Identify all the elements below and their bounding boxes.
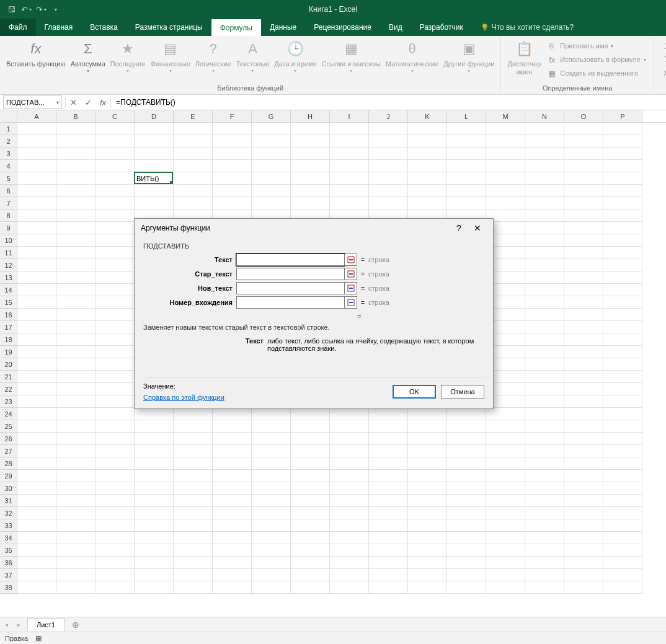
cell[interactable]: [95, 333, 135, 346]
sheet-nav-next[interactable]: ▸: [12, 621, 25, 628]
cell[interactable]: [330, 408, 369, 420]
cell[interactable]: [135, 544, 174, 557]
cell[interactable]: [213, 445, 252, 457]
cell[interactable]: [213, 185, 252, 197]
cell[interactable]: [486, 581, 525, 594]
cell[interactable]: [525, 383, 564, 395]
cell[interactable]: [56, 457, 95, 470]
cell[interactable]: [17, 420, 56, 433]
cell[interactable]: [56, 210, 95, 222]
cell[interactable]: [56, 408, 95, 420]
cell[interactable]: [135, 482, 174, 495]
cell[interactable]: [252, 123, 291, 135]
cell[interactable]: [564, 544, 603, 557]
cell[interactable]: [369, 544, 408, 557]
cell[interactable]: [135, 532, 174, 544]
text-functions-button[interactable]: A Текстовые ▾: [234, 38, 272, 83]
arg-input-1[interactable]: [236, 268, 345, 280]
column-header[interactable]: G: [252, 110, 291, 122]
cell[interactable]: [447, 581, 486, 594]
row-header[interactable]: 9: [0, 222, 17, 234]
cell[interactable]: [525, 148, 564, 160]
cell[interactable]: [447, 482, 486, 495]
cell[interactable]: [564, 519, 603, 532]
cell[interactable]: [486, 160, 525, 172]
cell[interactable]: [95, 271, 135, 284]
cell[interactable]: [447, 507, 486, 519]
cell[interactable]: [291, 160, 330, 172]
cell[interactable]: [408, 507, 447, 519]
cell[interactable]: [252, 185, 291, 197]
row-header[interactable]: 12: [0, 259, 17, 271]
cell[interactable]: [135, 123, 174, 135]
row-header[interactable]: 2: [0, 135, 17, 148]
qat-customize-icon[interactable]: ▾: [51, 4, 61, 14]
cell[interactable]: [291, 507, 330, 519]
cell[interactable]: [603, 210, 642, 222]
cell[interactable]: [135, 581, 174, 594]
row-header[interactable]: 34: [0, 532, 17, 544]
cell[interactable]: [603, 284, 642, 296]
cell[interactable]: [174, 457, 213, 470]
cell[interactable]: [330, 569, 369, 581]
cell[interactable]: [330, 457, 369, 470]
cell[interactable]: [525, 197, 564, 210]
cell[interactable]: [525, 346, 564, 358]
cell[interactable]: [408, 495, 447, 507]
row-header[interactable]: 38: [0, 581, 17, 594]
cell[interactable]: [525, 470, 564, 482]
cell[interactable]: [135, 135, 174, 148]
cell[interactable]: [291, 135, 330, 148]
cell[interactable]: [56, 482, 95, 495]
cell[interactable]: [603, 408, 642, 420]
cell[interactable]: [174, 544, 213, 557]
cell[interactable]: [564, 172, 603, 185]
cell[interactable]: [603, 495, 642, 507]
cell[interactable]: [486, 123, 525, 135]
cell[interactable]: [603, 321, 642, 333]
cell[interactable]: [408, 569, 447, 581]
cell[interactable]: [17, 544, 56, 557]
cell[interactable]: [603, 222, 642, 234]
cell[interactable]: [56, 544, 95, 557]
cell[interactable]: [525, 569, 564, 581]
column-header[interactable]: H: [291, 110, 330, 122]
cell[interactable]: [447, 532, 486, 544]
cell[interactable]: [291, 185, 330, 197]
cell[interactable]: [213, 123, 252, 135]
cell[interactable]: [486, 408, 525, 420]
cell[interactable]: [252, 445, 291, 457]
fx-button[interactable]: fx: [95, 95, 110, 109]
cell[interactable]: [95, 507, 135, 519]
cell[interactable]: [525, 234, 564, 247]
cell[interactable]: [95, 284, 135, 296]
cell[interactable]: [17, 296, 56, 309]
cell[interactable]: [525, 222, 564, 234]
cell[interactable]: [408, 433, 447, 445]
collapse-dialog-button[interactable]: [345, 268, 357, 280]
cell[interactable]: [369, 569, 408, 581]
cell[interactable]: [330, 185, 369, 197]
sheet-tab[interactable]: Лист1: [27, 618, 64, 631]
cell[interactable]: [291, 433, 330, 445]
cell[interactable]: [369, 507, 408, 519]
tab-insert[interactable]: Вставка: [81, 19, 127, 36]
cell[interactable]: [564, 197, 603, 210]
more-functions-button[interactable]: ▣ Другие функции ▾: [441, 38, 497, 83]
cell[interactable]: [135, 197, 174, 210]
cell[interactable]: [603, 519, 642, 532]
cell[interactable]: [252, 420, 291, 433]
cell[interactable]: [17, 185, 56, 197]
cell[interactable]: [447, 420, 486, 433]
row-header[interactable]: 25: [0, 420, 17, 433]
select-all-button[interactable]: [0, 110, 17, 122]
cell[interactable]: [95, 321, 135, 333]
column-header[interactable]: P: [603, 110, 642, 122]
cell[interactable]: [95, 557, 135, 569]
cell[interactable]: [213, 160, 252, 172]
cell[interactable]: [408, 135, 447, 148]
row-header[interactable]: 13: [0, 271, 17, 284]
cell[interactable]: [17, 358, 56, 371]
cell[interactable]: [330, 433, 369, 445]
cell[interactable]: [291, 519, 330, 532]
